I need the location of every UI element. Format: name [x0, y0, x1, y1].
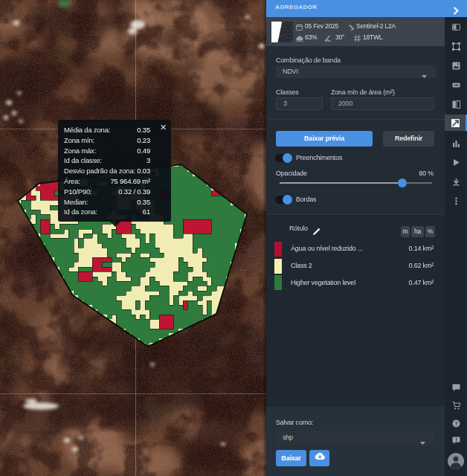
svg-text:HR: HR — [454, 83, 459, 87]
svg-text:?: ? — [454, 421, 457, 426]
